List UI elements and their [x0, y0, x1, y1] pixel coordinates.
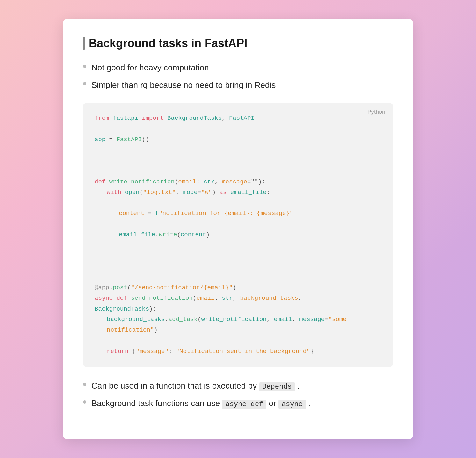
heading-bar: [83, 37, 85, 50]
bullet-text: Can be used in a function that is execut…: [91, 380, 299, 392]
list-item: Not good for heavy computation: [83, 61, 393, 74]
top-bullet-list: Not good for heavy computation Simpler t…: [83, 61, 393, 91]
code-content: from fastapi import BackgroundTasks, Fas…: [95, 113, 381, 357]
bullet-text: Simpler than rq because no need to bring…: [91, 79, 276, 91]
page-title: Background tasks in FastAPI: [89, 37, 247, 50]
inline-code-async-def: async def: [222, 400, 266, 409]
bullet-text: Not good for heavy computation: [91, 61, 209, 74]
list-item: Can be used in a function that is execut…: [83, 380, 393, 392]
code-language-label: Python: [367, 109, 385, 115]
bullet-text: Background task functions can use async …: [91, 397, 310, 410]
bullet-dot: [83, 65, 86, 68]
bullet-dot: [83, 82, 86, 85]
list-item: Simpler than rq because no need to bring…: [83, 79, 393, 91]
bullet-dot: [83, 400, 86, 404]
code-block: Python from fastapi import BackgroundTas…: [83, 103, 393, 367]
inline-code-depends: Depends: [259, 382, 295, 391]
main-card: Background tasks in FastAPI Not good for…: [63, 19, 413, 439]
heading-section: Background tasks in FastAPI: [83, 37, 393, 50]
bottom-bullet-list: Can be used in a function that is execut…: [83, 380, 393, 410]
bullet-dot: [83, 383, 86, 386]
list-item: Background task functions can use async …: [83, 397, 393, 410]
inline-code-async: async: [278, 400, 306, 409]
